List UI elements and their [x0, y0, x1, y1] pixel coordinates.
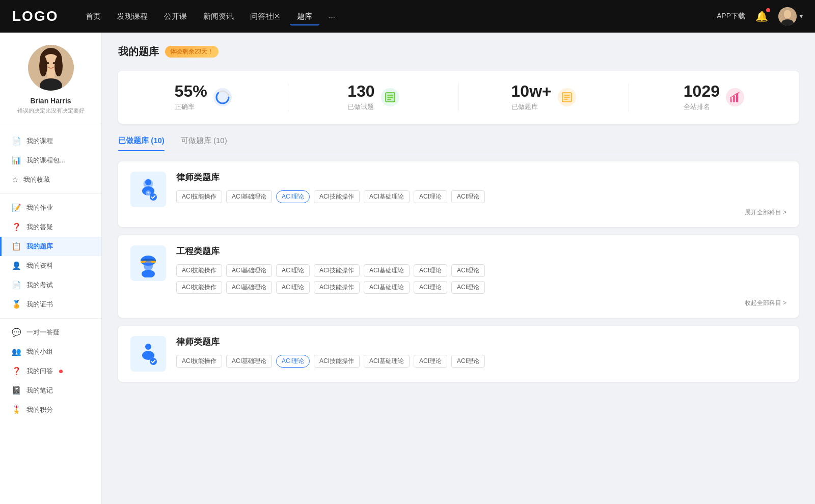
exam-icon: 📄 — [12, 281, 21, 290]
svg-point-3 — [784, 11, 791, 18]
sidebar-item-group[interactable]: 👥 我的小组 — [0, 342, 101, 361]
bank-icon-lawyer-2 — [130, 336, 166, 372]
tag-eng2-4[interactable]: ACI基础理论 — [364, 281, 410, 294]
tag-lawyer-1-4[interactable]: ACI基础理论 — [364, 190, 410, 203]
svg-point-37 — [144, 261, 153, 271]
sidebar-menu: 📄 我的课程 📊 我的课程包... ☆ 我的收藏 📝 我的作业 ❓ 我的答疑 � — [0, 131, 101, 419]
profile-name: Brian Harris — [30, 97, 71, 105]
nav-home[interactable]: 首页 — [78, 8, 108, 25]
sidebar-item-courses[interactable]: 📄 我的课程 — [0, 131, 101, 151]
stat-ranking-label: 全站排名 — [684, 102, 720, 111]
stat-ranking: 1029 全站排名 — [629, 83, 799, 111]
sidebar-item-testbank[interactable]: 📋 我的题库 — [0, 237, 101, 256]
tag-lawyer2-5[interactable]: ACI理论 — [414, 355, 447, 368]
tag-eng2-2[interactable]: ACI理论 — [276, 281, 310, 294]
nav-testbank[interactable]: 题库 — [290, 8, 319, 25]
sidebar-item-qa[interactable]: ❓ 我的答疑 — [0, 217, 101, 237]
expand-link-lawyer-1[interactable]: 展开全部科目 > — [176, 208, 786, 217]
tag-lawyer-1-3[interactable]: ACI技能操作 — [314, 190, 360, 203]
svg-rect-27 — [736, 94, 738, 102]
tag-eng2-6[interactable]: ACI理论 — [451, 281, 485, 294]
bank-content-lawyer-1: 律师类题库 ACI技能操作 ACI基础理论 ACI理论 ACI技能操作 ACI基… — [176, 172, 786, 217]
profile-motto: 错误的决定比没有决定要好 — [17, 107, 85, 115]
tag-lawyer2-3[interactable]: ACI技能操作 — [314, 355, 360, 368]
svg-point-12 — [52, 62, 55, 64]
tag-list-engineering-row1: ACI技能操作 ACI基础理论 ACI理论 ACI技能操作 ACI基础理论 AC… — [176, 264, 786, 277]
tag-eng-0[interactable]: ACI技能操作 — [176, 264, 222, 277]
tag-eng2-5[interactable]: ACI理论 — [414, 281, 447, 294]
top-navigation: LOGO 首页 发现课程 公开课 新闻资讯 问答社区 题库 ··· APP下载 … — [0, 0, 815, 33]
sidebar-item-exam[interactable]: 📄 我的考试 — [0, 275, 101, 295]
sidebar-item-1v1qa[interactable]: 💬 一对一答疑 — [0, 323, 101, 342]
tag-lawyer2-0[interactable]: ACI技能操作 — [176, 355, 222, 368]
svg-point-39 — [145, 344, 151, 350]
sidebar-divider-1 — [0, 193, 101, 194]
tag-eng2-1[interactable]: ACI基础理论 — [226, 281, 272, 294]
tag-eng-6[interactable]: ACI理论 — [451, 264, 485, 277]
tag-lawyer-1-5[interactable]: ACI理论 — [414, 190, 447, 203]
tag-lawyer2-6[interactable]: ACI理论 — [451, 355, 485, 368]
sidebar-item-profile[interactable]: 👤 我的资料 — [0, 256, 101, 275]
bell-icon: 🔔 — [755, 11, 768, 22]
done-banks-icon — [558, 88, 576, 106]
app-download-button[interactable]: APP下载 — [717, 12, 745, 21]
nav-news[interactable]: 新闻资讯 — [196, 8, 241, 25]
bank-content-engineering: 工程类题库 ACI技能操作 ACI基础理论 ACI理论 ACI技能操作 ACI基… — [176, 245, 786, 307]
tag-eng-1[interactable]: ACI基础理论 — [226, 264, 272, 277]
nav-more[interactable]: ··· — [321, 8, 342, 25]
tag-eng-3[interactable]: ACI技能操作 — [314, 264, 360, 277]
profile-section: Brian Harris 错误的决定比没有决定要好 — [0, 45, 101, 125]
bank-card-top-engineering: 工程类题库 ACI技能操作 ACI基础理论 ACI理论 ACI技能操作 ACI基… — [130, 245, 786, 307]
nav-menu: 首页 发现课程 公开课 新闻资讯 问答社区 题库 ··· — [78, 8, 717, 25]
sidebar-item-favorites[interactable]: ☆ 我的收藏 — [0, 170, 101, 189]
questions-badge — [59, 370, 63, 373]
nav-right: APP下载 🔔 ▾ — [717, 7, 803, 25]
tag-lawyer2-4[interactable]: ACI基础理论 — [364, 355, 410, 368]
tag-list-lawyer-2: ACI技能操作 ACI基础理论 ACI理论 ACI技能操作 ACI基础理论 AC… — [176, 355, 786, 368]
user-avatar-menu[interactable]: ▾ — [778, 7, 803, 25]
avatar — [778, 7, 797, 25]
tag-eng-4[interactable]: ACI基础理论 — [364, 264, 410, 277]
accuracy-icon — [213, 88, 232, 106]
tag-lawyer-1-0[interactable]: ACI技能操作 — [176, 190, 222, 203]
tag-eng-2[interactable]: ACI理论 — [276, 264, 310, 277]
tag-lawyer-1-6[interactable]: ACI理论 — [451, 190, 485, 203]
tab-available-banks[interactable]: 可做题库 (10) — [181, 136, 227, 151]
tag-lawyer2-2[interactable]: ACI理论 — [276, 355, 310, 368]
tag-eng-5[interactable]: ACI理论 — [414, 264, 447, 277]
stat-done-banks-text: 10w+ 已做题库 — [511, 83, 552, 111]
sidebar-item-notes[interactable]: 📓 我的笔记 — [0, 381, 101, 400]
sidebar-item-certificate[interactable]: 🏅 我的证书 — [0, 295, 101, 314]
nav-qa[interactable]: 问答社区 — [243, 8, 288, 25]
notification-bell[interactable]: 🔔 — [755, 10, 768, 22]
main-content: 我的题库 体验剩余23天！ 55% 正确率 130 — [102, 33, 815, 504]
stat-done-banks-value: 10w+ — [511, 83, 552, 99]
stat-done-questions-text: 130 已做试题 — [347, 83, 374, 111]
stat-done-banks: 10w+ 已做题库 — [459, 83, 629, 111]
main-layout: Brian Harris 错误的决定比没有决定要好 📄 我的课程 📊 我的课程包… — [0, 33, 815, 504]
sidebar-item-questions[interactable]: ❓ 我的问答 — [0, 361, 101, 381]
nav-discover[interactable]: 发现课程 — [110, 8, 155, 25]
sidebar-item-homework[interactable]: 📝 我的作业 — [0, 198, 101, 217]
svg-rect-7 — [47, 73, 55, 79]
bank-title-lawyer-2: 律师类题库 — [176, 336, 786, 348]
sidebar-item-points[interactable]: 🎖️ 我的积分 — [0, 400, 101, 419]
svg-rect-26 — [733, 96, 735, 102]
1v1qa-icon: 💬 — [12, 328, 21, 337]
tag-eng2-0[interactable]: ACI技能操作 — [176, 281, 222, 294]
tab-done-banks[interactable]: 已做题库 (10) — [118, 136, 165, 151]
course-package-icon: 📊 — [12, 156, 21, 165]
tag-eng2-3[interactable]: ACI技能操作 — [314, 281, 360, 294]
homework-icon: 📝 — [12, 203, 21, 212]
stat-ranking-text: 1029 全站排名 — [684, 83, 720, 111]
collapse-link-engineering[interactable]: 收起全部科目 > — [176, 299, 786, 307]
tag-lawyer-1-1[interactable]: ACI基础理论 — [226, 190, 272, 203]
nav-mooc[interactable]: 公开课 — [157, 8, 194, 25]
svg-point-38 — [142, 270, 155, 277]
logo[interactable]: LOGO — [12, 8, 58, 24]
notes-icon: 📓 — [12, 386, 21, 395]
sidebar-item-course-package[interactable]: 📊 我的课程包... — [0, 151, 101, 170]
tag-lawyer2-1[interactable]: ACI基础理论 — [226, 355, 272, 368]
tag-lawyer-1-2[interactable]: ACI理论 — [276, 190, 310, 203]
bank-icon-engineering — [130, 245, 166, 281]
